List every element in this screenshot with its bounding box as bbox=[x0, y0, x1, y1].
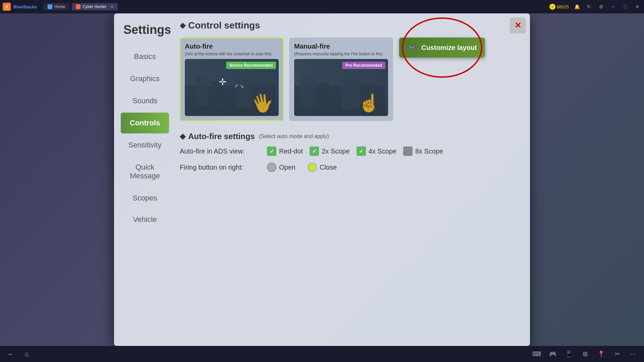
manualfire-title: Manual-fire bbox=[294, 43, 388, 50]
maximize-button[interactable]: □ bbox=[621, 3, 629, 11]
svg-rect-1 bbox=[195, 76, 208, 106]
bluestacks-logo: B bbox=[3, 3, 11, 11]
tab-game-label: Cyber Hunter bbox=[83, 4, 106, 9]
manualfire-preview: Pro Recommended ☝ bbox=[294, 59, 388, 116]
sidebar-item-basics[interactable]: Basics bbox=[121, 46, 169, 67]
autofire-settings-title: Auto-fire settings (Select auto mode and… bbox=[180, 132, 518, 141]
open-option[interactable]: Open bbox=[267, 163, 296, 172]
tab-home-label: Home bbox=[54, 4, 65, 9]
reddot-option[interactable]: Red-dot bbox=[267, 146, 303, 156]
sidebar: Settings Basics Graphics Sounds Controls… bbox=[121, 20, 174, 339]
open-radio[interactable] bbox=[267, 163, 276, 172]
titlebar-right: $ 68525 🔔 ↻ ⚙ ─ □ ✕ bbox=[549, 3, 641, 11]
update-icon[interactable]: ↻ bbox=[585, 3, 593, 11]
autofire-settings: Auto-fire settings (Select auto mode and… bbox=[180, 132, 518, 172]
reddot-label: Red-dot bbox=[279, 147, 303, 155]
reddot-checkbox[interactable] bbox=[267, 146, 276, 156]
close-label: Close bbox=[320, 164, 337, 171]
sidebar-item-sounds[interactable]: Sounds bbox=[121, 90, 169, 111]
2xscope-option[interactable]: 2x Scope bbox=[310, 146, 350, 156]
taskbar: ← ⌂ ⌨ 🎮 📱 ⊞ 📍 ✂ ⋯ bbox=[0, 346, 644, 362]
firing-label: Firing button on right: bbox=[180, 164, 260, 171]
modal-close-button[interactable]: ✕ bbox=[510, 17, 526, 34]
titlebar: B BlueStacks Home Cyber Hunter ✕ $ 68525… bbox=[0, 0, 644, 13]
customize-layout-button[interactable]: 🎮 Customize layout bbox=[399, 38, 485, 58]
close-option[interactable]: Close bbox=[308, 163, 337, 172]
8xscope-checkbox[interactable] bbox=[403, 146, 413, 156]
scissors-icon[interactable]: ✂ bbox=[612, 349, 623, 359]
autofire-settings-subtitle: (Select auto mode and apply) bbox=[259, 133, 329, 139]
autofire-preview: Novice Recommended ✛ ↗ ↘ 🖐 bbox=[185, 59, 279, 116]
tab-cyberhunter[interactable]: Cyber Hunter ✕ bbox=[72, 3, 118, 10]
4xscope-label: 4x Scope bbox=[369, 147, 396, 155]
sidebar-item-quickmessage[interactable]: Quick Message bbox=[121, 157, 169, 186]
manualfire-card[interactable]: Manual-fire (Requires manually tapping t… bbox=[289, 38, 393, 121]
main-content: Control settings Auto-fire (Aim at the e… bbox=[174, 20, 523, 339]
gamepad-taskbar-icon[interactable]: 🎮 bbox=[547, 349, 558, 359]
more-icon[interactable]: ⋯ bbox=[628, 349, 639, 359]
settings-icon[interactable]: ⚙ bbox=[597, 3, 605, 11]
tab-home[interactable]: Home bbox=[44, 3, 69, 10]
coins-value: 68525 bbox=[557, 4, 569, 9]
sidebar-item-graphics[interactable]: Graphics bbox=[121, 68, 169, 89]
autofire-card[interactable]: Auto-fire (Aim at the enemy with the cro… bbox=[180, 38, 284, 121]
screen-icon[interactable]: 📱 bbox=[564, 349, 574, 359]
8xscope-label: 8x Scope bbox=[415, 147, 443, 155]
sidebar-nav: Basics Graphics Sounds Controls Sensitiv… bbox=[121, 46, 174, 229]
sidebar-item-scopes[interactable]: Scopes bbox=[121, 188, 169, 208]
svg-rect-3 bbox=[235, 77, 252, 108]
location-icon[interactable]: 📍 bbox=[596, 349, 606, 359]
window-close-button[interactable]: ✕ bbox=[633, 3, 641, 11]
sidebar-item-controls[interactable]: Controls bbox=[121, 113, 169, 133]
customize-layout-label: Customize layout bbox=[421, 44, 477, 52]
svg-rect-6 bbox=[301, 77, 316, 108]
pro-badge: Pro Recommended bbox=[342, 62, 385, 69]
8xscope-option[interactable]: 8x Scope bbox=[403, 146, 443, 156]
coins-display: $ 68525 bbox=[549, 4, 569, 10]
open-label: Open bbox=[279, 164, 296, 171]
customize-container: 🎮 Customize layout bbox=[398, 38, 486, 58]
control-options: Auto-fire (Aim at the enemy with the cro… bbox=[180, 38, 518, 121]
autofire-desc: (Aim at the enemy with the crosshair to … bbox=[185, 52, 279, 56]
crosshair-icon: ✛ bbox=[219, 76, 226, 87]
novice-badge: Novice Recommended bbox=[226, 62, 276, 69]
autofire-title: Auto-fire bbox=[185, 43, 279, 50]
arrows-icon: ↗ ↘ bbox=[234, 83, 244, 89]
firing-button-row: Firing button on right: Open Close bbox=[180, 163, 518, 172]
2xscope-label: 2x Scope bbox=[322, 147, 350, 155]
keyboard-icon[interactable]: ⌨ bbox=[531, 349, 542, 359]
bluestacks-brand: BlueStacks bbox=[13, 4, 37, 9]
2xscope-checkbox[interactable] bbox=[310, 146, 319, 156]
settings-modal: ✕ Settings Basics Graphics Sounds Contro… bbox=[114, 13, 530, 346]
back-button[interactable]: ← bbox=[5, 349, 16, 359]
home-button[interactable]: ⌂ bbox=[21, 349, 32, 359]
svg-rect-7 bbox=[319, 82, 329, 109]
control-settings-title: Control settings bbox=[180, 20, 518, 31]
modal-title: Settings bbox=[121, 20, 174, 37]
finger-tap-icon: ☝ bbox=[358, 93, 380, 113]
tab-close-icon[interactable]: ✕ bbox=[110, 4, 114, 9]
home-tab-icon bbox=[48, 4, 52, 9]
gamepad-icon: 🎮 bbox=[407, 43, 417, 52]
ads-setting-row: Auto-fire in ADS view: Red-dot 2x Scope … bbox=[180, 146, 518, 156]
minimize-button[interactable]: ─ bbox=[609, 3, 617, 11]
sidebar-item-vehicle[interactable]: Vehicle bbox=[121, 210, 169, 229]
modal-body: Settings Basics Graphics Sounds Controls… bbox=[114, 13, 530, 346]
svg-rect-8 bbox=[341, 79, 360, 109]
4xscope-checkbox[interactable] bbox=[357, 146, 366, 156]
sidebar-item-sensitivity[interactable]: Sensitivity bbox=[121, 135, 169, 156]
coin-icon: $ bbox=[549, 4, 555, 10]
taskbar-right: ⌨ 🎮 📱 ⊞ 📍 ✂ ⋯ bbox=[531, 349, 639, 359]
close-radio[interactable] bbox=[308, 163, 317, 172]
cyberhunter-tab-icon bbox=[76, 4, 80, 9]
ads-label: Auto-fire in ADS view: bbox=[180, 147, 260, 155]
manualfire-desc: (Requires manually tapping the Fire butt… bbox=[294, 52, 388, 56]
notification-icon[interactable]: 🔔 bbox=[573, 3, 581, 11]
4xscope-option[interactable]: 4x Scope bbox=[357, 146, 396, 156]
expand-icon[interactable]: ⊞ bbox=[580, 349, 590, 359]
